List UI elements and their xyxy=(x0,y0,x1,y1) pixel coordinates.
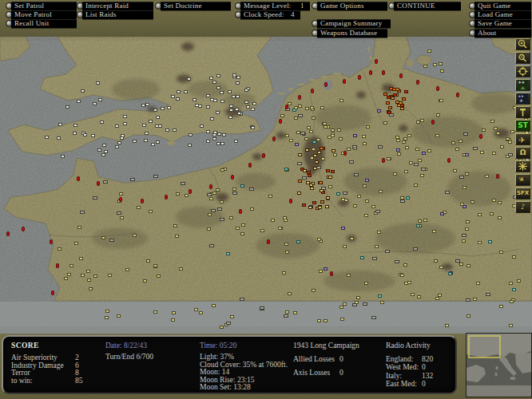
map-marker-axis-af[interactable] xyxy=(455,259,460,263)
map-marker-city[interactable] xyxy=(453,169,457,172)
map-marker-city[interactable] xyxy=(508,140,512,144)
map-marker-city[interactable] xyxy=(324,319,328,322)
map-marker-city[interactable] xyxy=(435,297,439,300)
map-marker-city[interactable] xyxy=(216,188,220,192)
map-marker-city[interactable] xyxy=(285,310,289,314)
map-marker-city[interactable] xyxy=(284,243,288,246)
map-marker-axis-af[interactable] xyxy=(284,314,288,318)
map-marker-allied-af[interactable] xyxy=(229,105,233,108)
map-marker-hot[interactable] xyxy=(298,153,302,156)
map-marker-city[interactable] xyxy=(402,140,406,144)
map-marker-city[interactable] xyxy=(400,274,404,277)
map-marker-city[interactable] xyxy=(371,205,375,208)
map-marker-city[interactable] xyxy=(316,138,320,141)
map-marker-radar[interactable] xyxy=(22,227,25,231)
map-marker-city[interactable] xyxy=(288,102,292,105)
map-marker-axis-af[interactable] xyxy=(220,218,224,221)
map-marker-teal[interactable] xyxy=(292,109,296,112)
map-marker-hot[interactable] xyxy=(328,176,332,179)
map-marker-radar[interactable] xyxy=(119,197,122,202)
map-marker-city[interactable] xyxy=(344,199,348,202)
map-marker-radar[interactable] xyxy=(382,70,385,75)
map-marker-city[interactable] xyxy=(439,62,443,65)
map-marker-radar[interactable] xyxy=(289,199,292,203)
map-marker-allied-af[interactable] xyxy=(102,144,106,147)
map-marker-radar[interactable] xyxy=(382,158,385,163)
map-marker-city[interactable] xyxy=(321,157,325,160)
map-marker-allied-af[interactable] xyxy=(206,130,210,133)
map-marker-allied-af[interactable] xyxy=(212,81,216,84)
night-squadrons-icon[interactable]: ★★✈ xyxy=(515,93,530,105)
map-marker-city[interactable] xyxy=(236,227,240,230)
map-marker-city[interactable] xyxy=(509,324,513,327)
map-marker-hot[interactable] xyxy=(392,88,396,91)
map-marker-allied-af[interactable] xyxy=(145,103,149,106)
map-marker-city[interactable] xyxy=(451,141,455,144)
map-marker-allied-af[interactable] xyxy=(153,109,157,112)
map-marker-radar[interactable] xyxy=(56,263,59,268)
burst-icon[interactable] xyxy=(515,160,530,172)
map-marker-city[interactable] xyxy=(280,114,284,117)
map-marker-city[interactable] xyxy=(339,306,343,309)
map-marker-teal[interactable] xyxy=(406,196,410,200)
map-marker-allied-af[interactable] xyxy=(232,95,236,98)
map-marker-axis-af[interactable] xyxy=(153,175,158,178)
map-marker-city[interactable] xyxy=(324,125,328,128)
map-marker-city[interactable] xyxy=(490,120,494,123)
map-marker-allied-af[interactable] xyxy=(184,90,188,93)
map-marker-city[interactable] xyxy=(175,235,179,238)
target-icon[interactable] xyxy=(515,65,530,77)
map-marker-radar[interactable] xyxy=(399,73,403,78)
map-marker-radar[interactable] xyxy=(330,271,333,276)
zoom-out-icon[interactable] xyxy=(515,52,530,64)
map-marker-radar[interactable] xyxy=(262,153,265,158)
map-marker-radar[interactable] xyxy=(239,209,242,214)
map-marker-axis-af[interactable] xyxy=(80,211,85,214)
map-marker-city[interactable] xyxy=(339,137,343,140)
map-marker-axis-af[interactable] xyxy=(181,182,185,185)
map-marker-allied-af[interactable] xyxy=(93,102,97,105)
map-marker-city[interactable] xyxy=(499,251,503,254)
map-marker-hot[interactable] xyxy=(388,106,392,109)
map-marker-hot[interactable] xyxy=(332,149,335,152)
map-marker-city[interactable] xyxy=(285,251,289,254)
map-marker-city[interactable] xyxy=(420,119,424,122)
map-marker-city[interactable] xyxy=(185,194,189,197)
map-marker-city[interactable] xyxy=(415,148,419,151)
map-marker-axis-af[interactable] xyxy=(372,257,377,260)
map-marker-city[interactable] xyxy=(432,230,436,233)
map-marker-allied-af[interactable] xyxy=(236,81,240,85)
map-marker-radar[interactable] xyxy=(479,134,482,139)
map-marker-city[interactable] xyxy=(320,106,324,109)
map-marker-city[interactable] xyxy=(307,126,311,129)
map-marker-city[interactable] xyxy=(377,231,381,234)
map-marker-city[interactable] xyxy=(64,277,68,280)
map-marker-city[interactable] xyxy=(403,263,407,267)
map-marker-city[interactable] xyxy=(289,139,293,142)
map-marker-city[interactable] xyxy=(171,318,175,322)
map-marker-hot[interactable] xyxy=(297,192,301,195)
map-marker-city[interactable] xyxy=(510,300,514,303)
map-marker-axis-af[interactable] xyxy=(363,302,367,306)
map-marker-allied-af[interactable] xyxy=(151,143,155,146)
map-marker-hot[interactable] xyxy=(308,174,312,177)
map-marker-axis-af[interactable] xyxy=(240,298,244,301)
map-marker-city[interactable] xyxy=(498,201,502,204)
map-marker-axis-af[interactable] xyxy=(463,132,468,136)
map-marker-city[interactable] xyxy=(465,172,469,176)
map-marker-hot[interactable] xyxy=(393,93,397,97)
map-marker-axis-af[interactable] xyxy=(217,207,222,211)
map-marker-teal[interactable] xyxy=(312,140,316,144)
map-marker-city[interactable] xyxy=(433,63,437,66)
map-marker-allied-af[interactable] xyxy=(133,140,137,143)
map-marker-axis-af[interactable] xyxy=(211,209,216,212)
map-marker-city[interactable] xyxy=(67,273,71,276)
map-marker-axis-af[interactable] xyxy=(298,114,303,117)
map-marker-axis-af[interactable] xyxy=(130,178,135,181)
map-marker-allied-af[interactable] xyxy=(61,155,65,158)
map-marker-radar[interactable] xyxy=(375,59,378,64)
map-marker-radar[interactable] xyxy=(51,290,54,295)
map-marker-radar[interactable] xyxy=(298,95,301,100)
map-marker-city[interactable] xyxy=(117,314,121,318)
map-marker-allied-af[interactable] xyxy=(171,95,175,98)
